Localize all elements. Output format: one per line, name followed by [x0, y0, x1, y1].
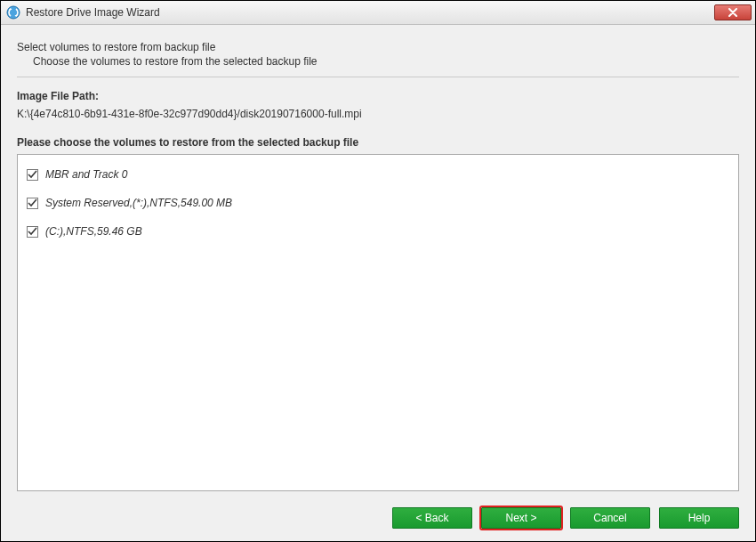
image-path-value: K:\{4e74c810-6b91-431e-8f0e-32c977d90dd4… — [17, 108, 739, 120]
volume-row: MBR and Track 0 — [27, 166, 729, 183]
back-button[interactable]: < Back — [392, 507, 472, 529]
titlebar: Restore Drive Image Wizard — [1, 1, 755, 25]
volume-row: (C:),NTFS,59.46 GB — [27, 222, 729, 240]
volume-checkbox[interactable] — [27, 169, 38, 181]
volume-checkbox[interactable] — [27, 198, 38, 209]
volume-label: (C:),NTFS,59.46 GB — [45, 225, 142, 238]
volumes-label: Please choose the volumes to restore fro… — [17, 136, 739, 149]
app-icon — [6, 5, 20, 20]
help-button[interactable]: Help — [659, 507, 739, 529]
next-button[interactable]: Next > — [481, 507, 561, 529]
volume-label: MBR and Track 0 — [45, 168, 127, 181]
cancel-button[interactable]: Cancel — [570, 507, 650, 529]
wizard-body: Select volumes to restore from backup fi… — [1, 25, 755, 541]
page-subtitle: Choose the volumes to restore from the s… — [33, 55, 739, 68]
window-title: Restore Drive Image Wizard — [26, 6, 714, 19]
image-path-label: Image File Path: — [17, 90, 739, 102]
volumes-list: MBR and Track 0 System Reserved,(*:),NTF… — [17, 154, 739, 491]
volume-row: System Reserved,(*:),NTFS,549.00 MB — [27, 194, 729, 212]
close-button[interactable] — [714, 4, 752, 20]
divider — [17, 77, 739, 77]
volume-checkbox[interactable] — [27, 226, 38, 238]
wizard-footer: < Back Next > Cancel Help — [17, 491, 739, 529]
volume-label: System Reserved,(*:),NTFS,549.00 MB — [45, 197, 232, 209]
page-title: Select volumes to restore from backup fi… — [17, 41, 739, 53]
